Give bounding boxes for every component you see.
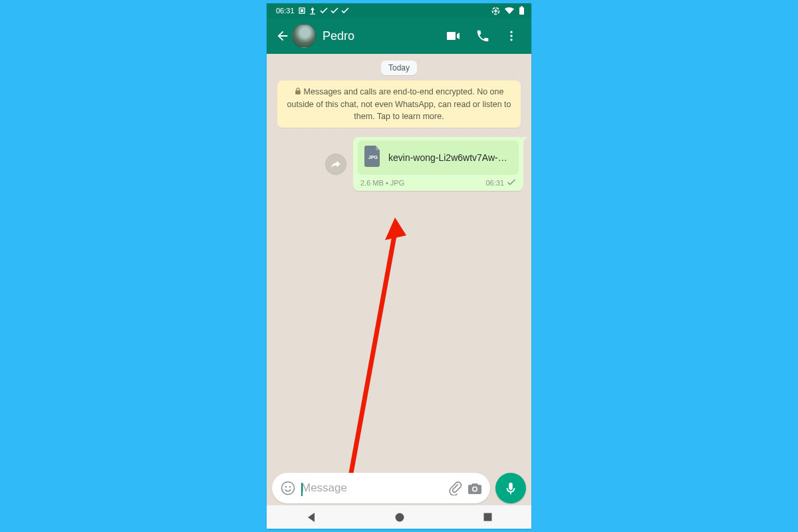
wifi-icon bbox=[504, 7, 515, 15]
battery-icon bbox=[519, 6, 525, 15]
file-attachment[interactable]: JPG kevin-wong-Li2w6wtv7Aw-… bbox=[358, 140, 519, 175]
message-placeholder: Message bbox=[301, 481, 347, 494]
svg-marker-12 bbox=[385, 217, 406, 240]
svg-point-18 bbox=[396, 513, 404, 521]
file-meta: 2.6 MB • JPG bbox=[360, 179, 404, 187]
file-type-icon: JPG bbox=[364, 146, 382, 170]
svg-rect-19 bbox=[483, 513, 491, 521]
svg-rect-1 bbox=[301, 9, 303, 12]
android-nav-bar bbox=[267, 505, 531, 529]
more-options-button[interactable] bbox=[505, 29, 518, 43]
video-call-button[interactable] bbox=[445, 28, 461, 44]
voice-message-button[interactable] bbox=[495, 473, 526, 503]
svg-rect-2 bbox=[310, 14, 315, 15]
svg-point-17 bbox=[473, 487, 477, 491]
text-cursor bbox=[301, 483, 303, 496]
encryption-text: Messages and calls are end-to-end encryp… bbox=[287, 87, 511, 121]
message-composer: Message bbox=[267, 471, 531, 505]
svg-point-8 bbox=[510, 39, 512, 41]
svg-point-15 bbox=[289, 486, 291, 488]
contact-name[interactable]: Pedro bbox=[323, 29, 445, 43]
message-text-input[interactable]: Message bbox=[297, 481, 445, 495]
svg-rect-9 bbox=[295, 90, 301, 94]
data-saver-icon bbox=[491, 7, 500, 15]
svg-rect-5 bbox=[521, 6, 523, 7]
svg-point-13 bbox=[282, 482, 295, 495]
back-button[interactable] bbox=[273, 23, 292, 49]
upload-icon bbox=[309, 7, 316, 15]
message-time: 06:31 bbox=[485, 179, 504, 187]
phone-frame: 06:31 bbox=[267, 3, 531, 529]
svg-point-6 bbox=[510, 31, 512, 33]
emoji-button[interactable] bbox=[279, 480, 297, 496]
clock-label: 06:31 bbox=[276, 7, 295, 15]
message-status-sent-icon bbox=[507, 179, 516, 187]
chat-header: Pedro bbox=[267, 18, 531, 54]
date-chip: Today bbox=[381, 61, 417, 75]
contact-avatar[interactable] bbox=[292, 24, 316, 48]
nav-recent-button[interactable] bbox=[483, 512, 493, 522]
statusbar-indicator-icon bbox=[299, 7, 305, 14]
sent-message-bubble[interactable]: JPG kevin-wong-Li2w6wtv7Aw-… 2.6 MB • JP… bbox=[353, 137, 523, 191]
camera-button[interactable] bbox=[465, 481, 485, 495]
chat-area[interactable]: Today Messages and calls are end-to-end … bbox=[267, 54, 531, 479]
checkmark-icons bbox=[320, 7, 349, 14]
voice-call-button[interactable] bbox=[475, 29, 490, 43]
svg-point-14 bbox=[285, 486, 287, 488]
svg-text:JPG: JPG bbox=[368, 155, 378, 160]
encryption-notice[interactable]: Messages and calls are end-to-end encryp… bbox=[277, 80, 521, 128]
svg-point-7 bbox=[510, 35, 512, 37]
file-name: kevin-wong-Li2w6wtv7Aw-… bbox=[388, 152, 507, 163]
nav-home-button[interactable] bbox=[394, 512, 405, 523]
attach-button[interactable] bbox=[445, 481, 465, 495]
svg-rect-4 bbox=[519, 7, 524, 15]
lock-icon bbox=[295, 86, 301, 98]
forward-button[interactable] bbox=[325, 154, 346, 175]
svg-line-11 bbox=[350, 232, 395, 479]
android-status-bar: 06:31 bbox=[267, 3, 531, 18]
nav-back-button[interactable] bbox=[305, 511, 317, 523]
annotation-arrow bbox=[323, 217, 443, 479]
message-input-container[interactable]: Message bbox=[272, 473, 490, 503]
